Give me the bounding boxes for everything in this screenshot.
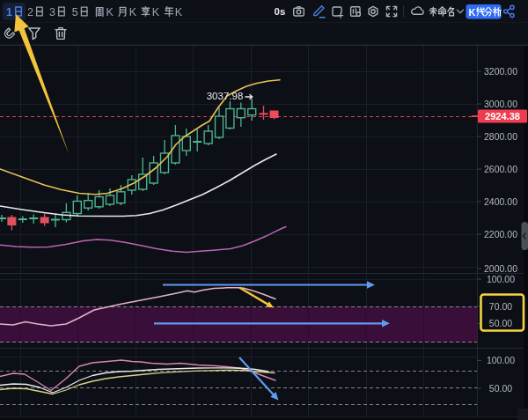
svg-text:2600.00: 2600.00 xyxy=(484,164,517,174)
svg-text:3200.00: 3200.00 xyxy=(484,66,517,77)
svg-text:2924.38: 2924.38 xyxy=(485,111,520,122)
svg-text:50.00: 50.00 xyxy=(489,318,512,328)
svg-text:K: K xyxy=(106,6,114,18)
svg-text:3000.00: 3000.00 xyxy=(484,99,517,109)
svg-text:2400.00: 2400.00 xyxy=(484,196,517,207)
svg-text:5: 5 xyxy=(72,6,78,18)
svg-text:K: K xyxy=(129,6,137,18)
svg-text:2800.00: 2800.00 xyxy=(484,131,517,142)
svg-text:100.00: 100.00 xyxy=(487,355,515,365)
svg-text:1: 1 xyxy=(6,6,12,18)
svg-text:3037.98: 3037.98 xyxy=(207,91,244,101)
svg-text:2000.00: 2000.00 xyxy=(484,263,517,274)
svg-text:K: K xyxy=(469,7,476,18)
svg-text:100.00: 100.00 xyxy=(487,274,515,284)
svg-text:K: K xyxy=(152,6,160,18)
svg-text:2200.00: 2200.00 xyxy=(484,229,517,239)
svg-text:K: K xyxy=(175,6,183,18)
svg-text:70.00: 70.00 xyxy=(489,301,512,312)
svg-text:50.00: 50.00 xyxy=(489,383,512,394)
svg-text:3: 3 xyxy=(49,6,55,18)
svg-text:0s: 0s xyxy=(275,6,286,17)
svg-text:2: 2 xyxy=(27,6,33,18)
